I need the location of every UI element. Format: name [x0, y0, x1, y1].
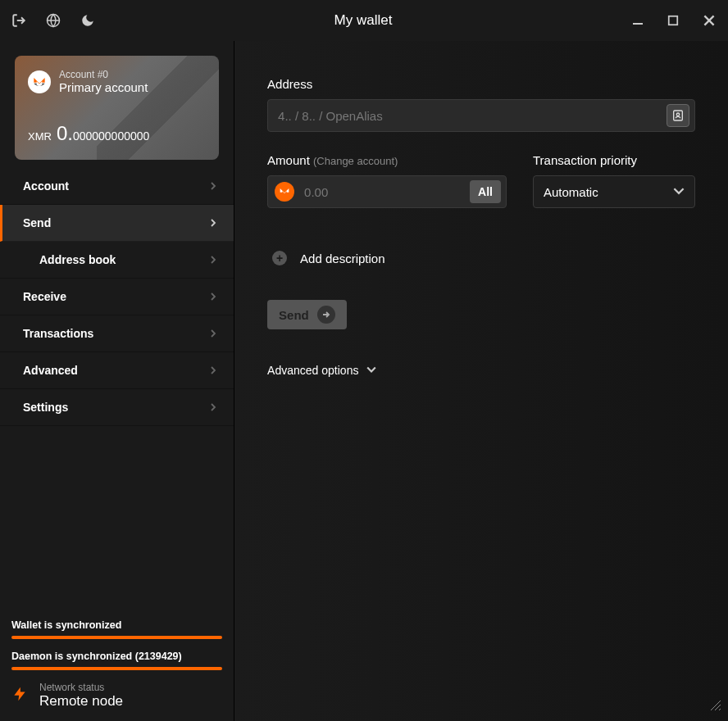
chevron-right-icon: [209, 216, 217, 229]
nav-address-book[interactable]: Address book: [0, 242, 234, 279]
chevron-right-icon: [209, 364, 217, 377]
sidebar-nav: Account Send Address book Receive Transa…: [0, 168, 234, 611]
nav-settings[interactable]: Settings: [0, 389, 234, 426]
network-status[interactable]: Network status Remote node: [11, 682, 222, 710]
balance-fractional: 000000000000: [73, 129, 149, 143]
account-name: Primary account: [59, 80, 148, 94]
balance-ticker: XMR: [28, 130, 52, 143]
nav-label: Address book: [39, 253, 116, 266]
nav-receive[interactable]: Receive: [0, 279, 234, 315]
minimize-button[interactable]: [631, 14, 644, 27]
network-value: Remote node: [39, 693, 123, 710]
send-button[interactable]: Send: [267, 300, 347, 329]
balance-display: XMR 0.000000000000: [28, 122, 206, 145]
chevron-right-icon: [209, 290, 217, 303]
advanced-options-label: Advanced options: [267, 364, 358, 377]
close-button[interactable]: [702, 13, 717, 28]
change-account-link[interactable]: (Change account): [313, 155, 398, 167]
svg-rect-4: [669, 16, 678, 25]
amount-input[interactable]: [294, 185, 470, 199]
account-card[interactable]: Account #0 Primary account XMR 0.0000000…: [15, 56, 219, 160]
nav-label: Transactions: [23, 327, 93, 340]
nav-advanced[interactable]: Advanced: [0, 352, 234, 389]
account-number: Account #0: [59, 69, 148, 80]
chevron-right-icon: [209, 327, 217, 340]
chevron-down-icon: [673, 185, 685, 199]
monero-coin-icon: [275, 182, 294, 202]
daemon-sync-status: Daemon is synchronized (2139429): [11, 651, 222, 662]
svg-point-9: [676, 113, 679, 116]
priority-value: Automatic: [544, 185, 598, 199]
chevron-right-icon: [209, 401, 217, 414]
amount-label: Amount (Change account): [267, 153, 507, 167]
nav-label: Receive: [23, 290, 66, 303]
nav-label: Settings: [23, 401, 68, 414]
chevron-down-icon: [366, 364, 376, 377]
globe-icon[interactable]: [46, 13, 61, 28]
wallet-sync-status: Wallet is synchronized: [11, 619, 222, 631]
monero-logo-icon: [28, 70, 51, 93]
chevron-right-icon: [209, 253, 217, 266]
maximize-button[interactable]: [667, 15, 679, 26]
resize-handle[interactable]: [710, 700, 721, 714]
address-label: Address: [267, 77, 695, 91]
logout-icon[interactable]: [11, 13, 26, 28]
chevron-right-icon: [209, 179, 217, 193]
nav-label: Send: [23, 216, 51, 229]
window-title: My wallet: [95, 12, 631, 29]
moon-icon[interactable]: [80, 13, 95, 28]
plus-icon: +: [272, 251, 287, 265]
amount-input-wrap: All: [267, 175, 507, 208]
add-description-label: Add description: [300, 252, 384, 265]
network-label: Network status: [39, 682, 123, 693]
priority-select[interactable]: Automatic: [533, 175, 695, 208]
wallet-sync-bar: [11, 636, 222, 639]
send-button-label: Send: [279, 308, 309, 322]
address-input[interactable]: [268, 109, 667, 123]
amount-all-button[interactable]: All: [470, 180, 501, 203]
bolt-icon: [11, 682, 28, 709]
nav-send[interactable]: Send: [0, 205, 234, 242]
advanced-options-toggle[interactable]: Advanced options: [267, 364, 695, 377]
priority-label: Transaction priority: [533, 153, 695, 167]
nav-account[interactable]: Account: [0, 168, 234, 205]
balance-whole: 0.: [57, 122, 73, 144]
nav-label: Advanced: [23, 364, 78, 377]
address-book-button[interactable]: [667, 104, 689, 127]
nav-transactions[interactable]: Transactions: [0, 315, 234, 352]
address-input-wrap: [267, 99, 695, 132]
daemon-sync-bar: [11, 667, 222, 670]
nav-label: Account: [23, 179, 69, 193]
add-description-button[interactable]: + Add description: [267, 251, 695, 265]
arrow-right-icon: [317, 306, 335, 324]
